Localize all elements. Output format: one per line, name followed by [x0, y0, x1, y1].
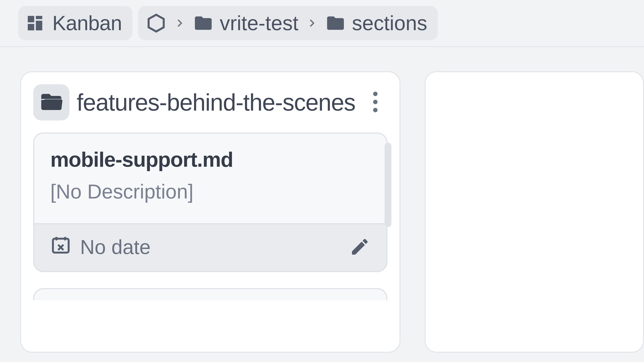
column-menu-button[interactable]: [367, 88, 384, 116]
kanban-column: [425, 71, 644, 353]
hexagon-icon: [146, 13, 166, 33]
svg-point-6: [373, 100, 378, 104]
top-toolbar: Kanban vrite-test: [0, 0, 644, 47]
column-scrollbar[interactable]: [384, 143, 392, 283]
folder-icon: [326, 13, 346, 33]
kanban-card[interactable]: mobile-support.md [No Description] N: [33, 132, 388, 272]
card-body: mobile-support.md [No Description]: [34, 134, 386, 224]
kanban-board: features-behind-the-scenes mobile-suppor…: [0, 47, 644, 353]
card-date-text: No date: [80, 236, 150, 259]
folder-icon: [193, 13, 213, 33]
dots-vertical-icon: [373, 91, 378, 114]
svg-rect-3: [28, 24, 34, 30]
svg-rect-0: [28, 16, 34, 22]
breadcrumb-label: vrite-test: [220, 11, 298, 35]
chevron-right-icon: [305, 16, 319, 30]
card-footer: No date: [34, 224, 386, 271]
calendar-x-icon: [50, 234, 71, 260]
view-label: Kanban: [52, 11, 122, 35]
svg-rect-8: [53, 239, 69, 253]
column-title[interactable]: features-behind-the-scenes: [77, 89, 360, 116]
kanban-column: features-behind-the-scenes mobile-suppor…: [20, 71, 400, 353]
svg-rect-2: [36, 21, 42, 30]
card-edit-button[interactable]: [349, 236, 370, 258]
svg-point-7: [373, 108, 378, 112]
svg-marker-4: [148, 15, 164, 31]
column-header: features-behind-the-scenes: [33, 84, 388, 120]
view-switcher[interactable]: Kanban: [18, 6, 132, 40]
column-folder-button[interactable]: [33, 84, 70, 120]
breadcrumb-label: sections: [352, 11, 427, 35]
folder-open-icon: [39, 90, 64, 115]
kanban-icon: [25, 13, 45, 33]
card-date[interactable]: No date: [50, 234, 150, 260]
pencil-icon: [349, 254, 370, 258]
breadcrumb-item-sections[interactable]: sections: [326, 11, 427, 35]
card-title: mobile-support.md: [50, 148, 370, 172]
chevron-right-icon: [173, 16, 187, 30]
svg-point-5: [373, 92, 378, 96]
card-description: [No Description]: [50, 180, 370, 203]
kanban-card[interactable]: [33, 288, 388, 300]
scrollbar-thumb[interactable]: [384, 143, 392, 227]
breadcrumb-item-vrite-test[interactable]: vrite-test: [193, 11, 298, 35]
breadcrumb: vrite-test sections: [138, 6, 438, 40]
breadcrumb-root[interactable]: [146, 13, 166, 33]
svg-rect-1: [36, 16, 42, 19]
